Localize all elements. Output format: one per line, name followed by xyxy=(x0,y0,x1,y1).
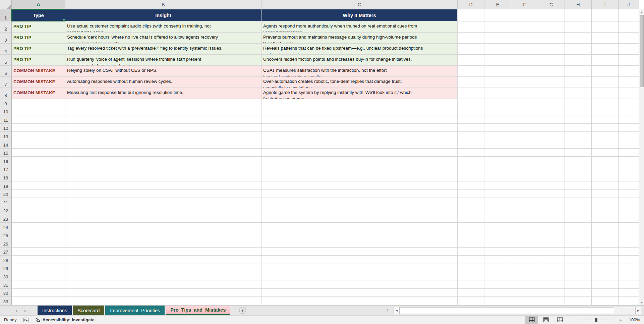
cell-A20[interactable] xyxy=(12,190,65,198)
cell-C20[interactable] xyxy=(261,190,458,198)
cell-E22[interactable] xyxy=(484,206,511,215)
cell-E23[interactable] xyxy=(484,214,511,223)
cell-F16[interactable] xyxy=(511,157,538,165)
row-header-9[interactable]: 9 xyxy=(0,99,12,107)
cell-H30[interactable] xyxy=(565,272,592,280)
cell-F11[interactable] xyxy=(511,115,538,124)
cell-I3[interactable] xyxy=(592,33,619,44)
cell-B11[interactable] xyxy=(65,115,261,124)
cell-F18[interactable] xyxy=(511,173,538,181)
row-header-25[interactable]: 25 xyxy=(0,231,12,239)
cell-A33[interactable] xyxy=(12,297,65,305)
cell-B8[interactable]: Measuring first response time but ignori… xyxy=(65,88,261,99)
cell-D19[interactable] xyxy=(458,181,484,190)
cell-I14[interactable] xyxy=(592,140,619,149)
cell-J21[interactable] xyxy=(619,198,639,206)
cell-G13[interactable] xyxy=(538,132,565,140)
cell-G23[interactable] xyxy=(538,214,565,223)
cell-D11[interactable] xyxy=(458,115,484,124)
cell-G15[interactable] xyxy=(538,149,565,157)
row-header-16[interactable]: 16 xyxy=(0,157,12,165)
cell-J7[interactable] xyxy=(619,77,639,88)
cell-H26[interactable] xyxy=(565,239,592,248)
cell-B25[interactable] xyxy=(65,231,261,239)
cell-F8[interactable] xyxy=(511,88,538,99)
cell-I5[interactable] xyxy=(592,55,619,66)
type-cell-A4[interactable]: PRO TIP xyxy=(12,44,65,55)
row-header-13[interactable]: 13 xyxy=(0,132,12,140)
zoom-in-button[interactable]: + xyxy=(617,317,625,323)
cell-I16[interactable] xyxy=(592,157,619,165)
cell-C17[interactable] xyxy=(261,165,458,173)
row-header-5[interactable]: 5 xyxy=(0,55,12,66)
cell-G25[interactable] xyxy=(538,231,565,239)
cell-G31[interactable] xyxy=(538,280,565,289)
cell-A15[interactable] xyxy=(12,149,65,157)
cell-I9[interactable] xyxy=(592,99,619,107)
cell-I20[interactable] xyxy=(592,190,619,198)
cell-J15[interactable] xyxy=(619,149,639,157)
cell-H9[interactable] xyxy=(565,99,592,107)
type-cell-A3[interactable]: PRO TIP xyxy=(12,33,65,44)
cell-B3[interactable]: Schedule 'dark hours' where no live chat… xyxy=(65,33,261,44)
cell-I27[interactable] xyxy=(592,248,619,256)
cell-F3[interactable] xyxy=(511,33,538,44)
fill-handle[interactable] xyxy=(63,19,65,21)
cell-C26[interactable] xyxy=(261,239,458,248)
cell-H31[interactable] xyxy=(565,280,592,289)
cell-D22[interactable] xyxy=(458,206,484,215)
cell-H2[interactable] xyxy=(565,21,592,33)
cell-G2[interactable] xyxy=(538,21,565,33)
cell-G29[interactable] xyxy=(538,264,565,272)
cell-C8[interactable]: Agents game the system by replying insta… xyxy=(261,88,458,99)
type-cell-A6[interactable]: COMMON MISTAKE xyxy=(12,66,65,77)
cell-D8[interactable] xyxy=(458,88,484,99)
cell-J22[interactable] xyxy=(619,206,639,215)
cell-I25[interactable] xyxy=(592,231,619,239)
cell-D3[interactable] xyxy=(458,33,484,44)
cell-H16[interactable] xyxy=(565,157,592,165)
cell-F7[interactable] xyxy=(511,77,538,88)
sheet-tab-pro-tips-and-mistakes[interactable]: Pro_Tips_and_Mistakes xyxy=(166,306,230,315)
zoom-out-button[interactable]: − xyxy=(568,317,575,323)
horizontal-scrollbar[interactable]: ◄ ► xyxy=(394,307,635,315)
cell-G20[interactable] xyxy=(538,190,565,198)
cell-I7[interactable] xyxy=(592,77,619,88)
cell-D13[interactable] xyxy=(458,132,484,140)
horizontal-scroll-thumb[interactable] xyxy=(400,307,614,314)
cell-J25[interactable] xyxy=(619,231,639,239)
vertical-scrollbar[interactable]: ▲ ▼ xyxy=(639,9,644,305)
cell-D29[interactable] xyxy=(458,264,484,272)
row-header-24[interactable]: 24 xyxy=(0,223,12,231)
cell-E12[interactable] xyxy=(484,124,511,132)
vertical-scroll-thumb[interactable] xyxy=(640,15,644,87)
cell-G30[interactable] xyxy=(538,272,565,280)
cell-D4[interactable] xyxy=(458,44,484,55)
cell-H12[interactable] xyxy=(565,124,592,132)
cell-C18[interactable] xyxy=(261,173,458,181)
row-header-19[interactable]: 19 xyxy=(0,181,12,190)
cell-B16[interactable] xyxy=(65,157,261,165)
cell-I24[interactable] xyxy=(592,223,619,231)
column-header-I[interactable]: I xyxy=(592,0,619,9)
cell-I11[interactable] xyxy=(592,115,619,124)
cell-A14[interactable] xyxy=(12,140,65,149)
zoom-slider[interactable] xyxy=(578,320,614,320)
cell-H7[interactable] xyxy=(565,77,592,88)
cell-A12[interactable] xyxy=(12,124,65,132)
cell-D24[interactable] xyxy=(458,223,484,231)
scroll-down-icon[interactable]: ▼ xyxy=(639,300,644,305)
cell-B20[interactable] xyxy=(65,190,261,198)
cell-H21[interactable] xyxy=(565,198,592,206)
cell-H24[interactable] xyxy=(565,223,592,231)
cell-F10[interactable] xyxy=(511,107,538,116)
cell-F14[interactable] xyxy=(511,140,538,149)
row-header-20[interactable]: 20 xyxy=(0,190,12,198)
cell-A16[interactable] xyxy=(12,157,65,165)
cell-C12[interactable] xyxy=(261,124,458,132)
cell-F22[interactable] xyxy=(511,206,538,215)
cell-I8[interactable] xyxy=(592,88,619,99)
cell-G3[interactable] xyxy=(538,33,565,44)
cell-H10[interactable] xyxy=(565,107,592,116)
type-cell-A2[interactable]: PRO TIP xyxy=(12,21,65,33)
